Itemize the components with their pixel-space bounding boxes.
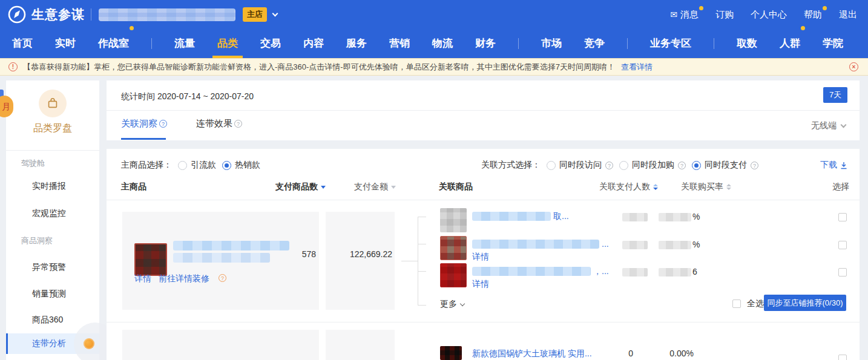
related-product-link[interactable]: 新款德国锅铲大土玻璃机 实用... xyxy=(472,349,592,359)
brand-divider xyxy=(91,8,91,21)
related-title-tail[interactable]: 取... xyxy=(553,211,569,222)
device-selector[interactable]: 无线端 xyxy=(811,120,846,131)
topmenu-item-订购[interactable]: 订购 xyxy=(715,9,734,21)
tab-association-insight[interactable]: 关联洞察 ? xyxy=(121,118,167,129)
more-toggle[interactable]: 更多 xyxy=(440,299,464,310)
related-pay-people-redacted xyxy=(622,268,648,277)
nav-item-实时[interactable]: 实时 xyxy=(55,29,76,58)
tab-association-effect[interactable]: 连带效果 ? xyxy=(196,118,242,129)
related-title-tail[interactable]: ... xyxy=(602,239,609,249)
nav-item-服务[interactable]: 服务 xyxy=(346,29,367,58)
col-header-related-pay-people[interactable]: 关联支付人数 xyxy=(599,182,658,192)
related-product-title-redacted[interactable] xyxy=(472,267,591,276)
sort-both-icon[interactable] xyxy=(726,184,731,190)
related-product-image-redacted[interactable] xyxy=(440,263,467,287)
sidebar-item-宏观监控[interactable]: 宏观监控 xyxy=(32,208,99,219)
select-all-checkbox[interactable] xyxy=(732,299,741,308)
nav-item-取数[interactable]: 取数 xyxy=(737,29,757,58)
nav-item-业务专区[interactable]: 业务专区 xyxy=(650,29,691,58)
help-icon[interactable]: ? xyxy=(234,120,242,128)
notification-dot xyxy=(699,6,703,10)
period-7day-button[interactable]: 7天 xyxy=(823,87,847,103)
related-product-title-redacted[interactable] xyxy=(472,240,599,249)
download-icon xyxy=(840,162,847,169)
sycm-logo-icon xyxy=(7,5,27,24)
help-icon[interactable]: ? xyxy=(605,162,613,169)
main-product-image-redacted[interactable] xyxy=(134,243,167,276)
col-header-select: 选择 xyxy=(832,182,849,192)
radio-option-同时段加购[interactable]: 同时段加购? xyxy=(619,160,686,171)
topmenu-item-消息[interactable]: ✉消息 xyxy=(670,9,699,21)
pay-items-value: 578 xyxy=(270,249,316,259)
nav-item-流量[interactable]: 流量 xyxy=(174,29,195,58)
topmenu-item-退出[interactable]: 退出 xyxy=(839,9,857,21)
related-detail-link[interactable]: 详情 xyxy=(472,279,489,290)
nav-item-交易[interactable]: 交易 xyxy=(260,29,281,58)
nav-item-学院[interactable]: 学院 xyxy=(823,29,843,58)
topmenu-label: 订购 xyxy=(715,9,734,21)
help-icon[interactable]: ? xyxy=(219,274,226,282)
banner-text: 【恭喜获得新功能】掌柜，您已获得单品智能诊断新功能尝鲜资格，进入-商品360-点… xyxy=(23,62,615,73)
filter-label: 主商品选择： xyxy=(121,160,172,171)
col-header-pay-items[interactable]: 支付商品数 xyxy=(275,182,326,192)
col-header-pay-amount[interactable]: 支付金额 xyxy=(354,182,396,192)
sidebar-item-连带分析[interactable]: 连带分析 xyxy=(6,333,99,354)
banner-detail-link[interactable]: 查看详情 xyxy=(621,62,653,73)
sync-to-shop-button[interactable]: 同步至店铺推荐(0/30) xyxy=(764,295,846,311)
nav-item-人群[interactable]: 人群 xyxy=(780,29,800,58)
tree-connector xyxy=(401,261,418,261)
sort-both-icon[interactable] xyxy=(653,184,658,190)
radio-option-同时段支付[interactable]: 同时段支付? xyxy=(692,160,758,171)
row-select-checkbox[interactable] xyxy=(838,213,847,221)
radio-selected-icon[interactable] xyxy=(222,161,231,170)
sort-desc-icon[interactable] xyxy=(321,186,326,189)
radio-option-同时段访问[interactable]: 同时段访问? xyxy=(547,160,613,171)
sidebar-item-销量预测[interactable]: 销量预测 xyxy=(32,289,99,299)
related-detail-link[interactable]: 详情 xyxy=(472,252,489,263)
help-icon[interactable]: ? xyxy=(678,162,686,169)
nav-item-市场[interactable]: 市场 xyxy=(541,29,562,58)
radio-icon[interactable] xyxy=(178,161,187,170)
radio-selected-icon[interactable] xyxy=(692,161,701,170)
radio-option-引流款[interactable]: 引流款 xyxy=(178,160,216,171)
related-product-image-redacted[interactable] xyxy=(440,208,467,232)
notification-banner: ! 【恭喜获得新功能】掌柜，您已获得单品智能诊断新功能尝鲜资格，进入-商品360… xyxy=(0,58,868,76)
sidebar-item-异常预警[interactable]: 异常预警 xyxy=(32,262,99,273)
notification-dot xyxy=(130,26,134,30)
col-header-related-buy-rate[interactable]: 关联购买率 xyxy=(681,182,731,192)
top-header-bar: 生意参谋 主店 ✉消息订购个人中心帮助退出 xyxy=(0,0,868,29)
main-product-detail-link[interactable]: 详情 xyxy=(134,273,151,284)
nav-item-内容[interactable]: 内容 xyxy=(303,29,324,58)
help-icon[interactable]: ? xyxy=(751,162,758,169)
related-title-tail[interactable]: ，... xyxy=(593,266,609,277)
radio-icon[interactable] xyxy=(547,161,556,170)
topmenu-item-帮助[interactable]: 帮助 xyxy=(804,9,822,21)
related-product-title-redacted[interactable] xyxy=(472,212,551,221)
nav-item-品类[interactable]: 品类 xyxy=(217,29,238,58)
nav-item-竞争[interactable]: 竞争 xyxy=(584,29,605,58)
nav-item-首页[interactable]: 首页 xyxy=(12,29,33,58)
row-select-checkbox[interactable] xyxy=(838,241,847,249)
nav-item-财务[interactable]: 财务 xyxy=(475,29,496,58)
nav-item-营销[interactable]: 营销 xyxy=(389,29,410,58)
radio-icon[interactable] xyxy=(619,161,628,170)
tree-connector xyxy=(418,305,426,306)
row-select-checkbox[interactable] xyxy=(838,355,847,360)
tree-connector xyxy=(418,217,426,217)
shop-switch-chevron-down-icon[interactable] xyxy=(272,10,278,16)
nav-divider xyxy=(518,38,519,49)
goto-detail-decorate-link[interactable]: 前往详情装修 xyxy=(159,273,209,284)
related-product-image-redacted[interactable] xyxy=(440,236,467,260)
radio-option-热销款[interactable]: 热销款 xyxy=(222,160,260,171)
sidebar-item-实时播报[interactable]: 实时播报 xyxy=(32,181,99,192)
row-select-checkbox[interactable] xyxy=(838,268,847,277)
nav-item-作战室[interactable]: 作战室 xyxy=(98,29,129,58)
topmenu-item-个人中心[interactable]: 个人中心 xyxy=(751,9,787,21)
sidebar: 品类罗盘 驾驶舱实时播报宏观监控商品洞察异常预警销量预测商品360连带分析 xyxy=(6,80,99,360)
help-icon[interactable]: ? xyxy=(159,120,167,128)
nav-item-物流[interactable]: 物流 xyxy=(432,29,453,58)
sort-desc-icon[interactable] xyxy=(391,186,396,189)
related-product-image[interactable] xyxy=(440,346,462,360)
banner-close-icon[interactable]: × xyxy=(849,62,858,71)
download-link[interactable]: 下载 xyxy=(820,160,847,171)
